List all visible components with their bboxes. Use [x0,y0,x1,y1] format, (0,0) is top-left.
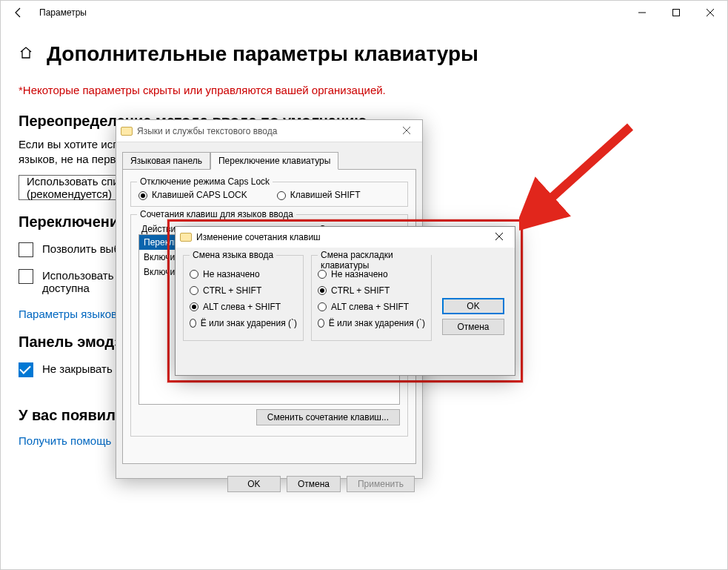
radio-icon [190,319,196,328]
dialog-titlebar[interactable]: Языки и службы текстового ввода [116,120,422,142]
checkbox-icon [19,362,33,377]
radio-icon [190,286,198,295]
keyboard-layout-group: Смена раскладки клавиатуры Не назначено … [311,255,432,341]
change-key-sequence-button[interactable]: Сменить сочетание клавиш... [256,409,400,425]
option-grave[interactable]: Ё или знак ударения (`) [318,318,425,328]
group-legend: Смена языка ввода [190,250,276,260]
apply-button: Применить [347,476,415,492]
radio-label: Не назначено [203,269,260,279]
radio-label: Ё или знак ударения (`) [201,318,297,328]
radio-label: CTRL + SHIFT [203,285,261,296]
radio-icon [318,302,327,311]
maximize-button[interactable] [659,1,693,24]
keyboard-icon [121,127,133,136]
ok-button[interactable]: OK [442,298,504,314]
tab-keyboard-switch[interactable]: Переключение клавиатуры [210,152,338,170]
org-policy-notice: *Некоторые параметры скрыты или управляю… [19,84,709,96]
radio-label: Клавишей SHIFT [290,190,361,200]
dialog-close-button[interactable] [395,126,418,136]
settings-titlebar: Параметры [1,1,727,24]
radio-label: ALT слева + SHIFT [331,302,409,312]
caps-option-shift[interactable]: Клавишей SHIFT [277,190,361,200]
caps-option-capslock[interactable]: Клавишей CAPS LOCK [138,190,247,200]
dialog-title: Языки и службы текстового ввода [137,126,277,136]
back-button[interactable] [1,1,36,24]
option-alt-shift[interactable]: ALT слева + SHIFT [318,302,425,312]
group-legend: Сочетания клавиш для языков ввода [137,209,296,219]
radio-label: Клавишей CAPS LOCK [152,190,247,200]
cancel-button[interactable]: Отмена [442,319,504,335]
get-help-link[interactable]: Получить помощь [19,434,111,447]
radio-icon [190,302,198,311]
radio-icon [190,270,198,279]
svg-rect-1 [673,10,680,16]
checkbox-icon [19,242,33,257]
window-title: Параметры [39,7,87,18]
checkbox-icon [19,269,33,284]
option-grave[interactable]: Ё или знак ударения (`) [190,318,297,328]
radio-icon [138,191,147,200]
capslock-group: Отключение режима Caps Lock Клавишей CAP… [130,182,408,207]
change-key-sequence-dialog: Изменение сочетания клавиш Смена языка в… [175,226,515,376]
radio-icon [318,319,324,328]
radio-icon [318,270,327,279]
radio-label: ALT слева + SHIFT [203,302,281,312]
home-icon[interactable] [19,45,33,64]
ok-button[interactable]: OK [227,476,281,492]
minimize-button[interactable] [625,1,659,24]
dialog-close-button[interactable] [488,232,510,242]
radio-icon [318,286,327,295]
radio-label: Не назначено [331,269,388,279]
tab-language-bar[interactable]: Языковая панель [122,152,210,170]
close-button[interactable] [693,1,727,24]
keyboard-icon [180,233,192,242]
cancel-button[interactable]: Отмена [287,476,341,492]
group-legend: Отключение режима Caps Lock [137,176,273,187]
dialog-title: Изменение сочетания клавиш [196,232,321,242]
option-ctrl-shift[interactable]: CTRL + SHIFT [190,285,297,296]
option-ctrl-shift[interactable]: CTRL + SHIFT [318,285,425,296]
radio-label: CTRL + SHIFT [331,285,390,296]
radio-icon [277,191,286,200]
option-none[interactable]: Не назначено [190,269,297,279]
group-legend: Смена раскладки клавиатуры [318,250,431,271]
radio-label: Ё или знак ударения (`) [329,318,425,328]
page-heading: Дополнительные параметры клавиатуры [47,42,478,66]
option-none[interactable]: Не назначено [318,269,425,279]
dialog-titlebar[interactable]: Изменение сочетания клавиш [176,227,515,248]
input-language-group: Смена языка ввода Не назначено CTRL + SH… [183,255,304,341]
option-alt-shift[interactable]: ALT слева + SHIFT [190,302,297,312]
